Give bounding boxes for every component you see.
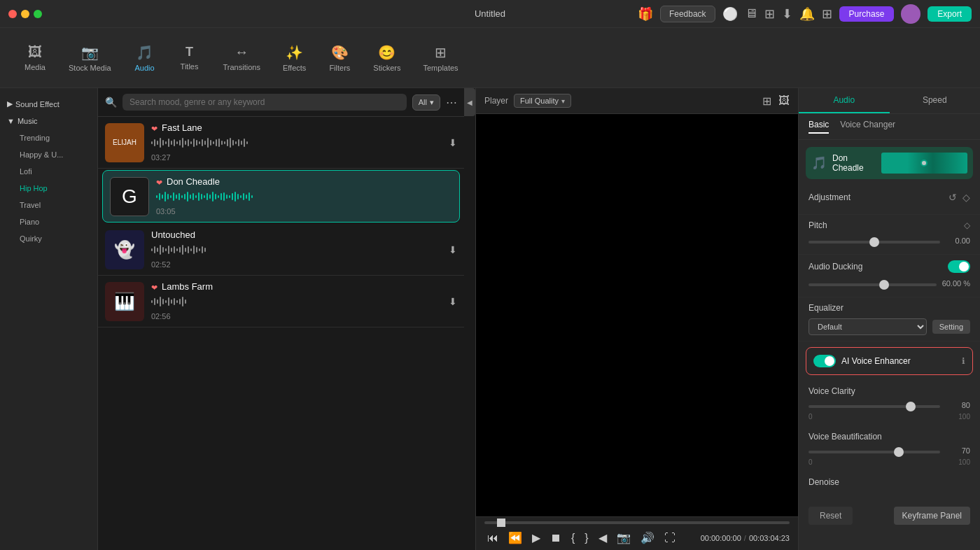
audio-ducking-slider[interactable]	[808, 283, 937, 286]
equalizer-header: Equalizer	[808, 303, 970, 313]
svg-rect-99	[176, 300, 178, 303]
nav-templates[interactable]: ⊞ Templates	[413, 38, 468, 78]
window-controls	[8, 10, 42, 18]
svg-rect-100	[179, 299, 181, 304]
pitch-slider[interactable]	[808, 241, 940, 244]
nav-stickers[interactable]: 😊 Stickers	[363, 38, 410, 78]
nav-titles[interactable]: T Titles	[169, 39, 211, 76]
player-view-icons: ⊞ 🖼	[762, 94, 790, 108]
export-button[interactable]: Export	[927, 6, 972, 22]
reset-button[interactable]: Reset	[808, 507, 853, 525]
image-view-icon[interactable]: 🖼	[778, 94, 790, 108]
feedback-button[interactable]: Feedback	[660, 6, 715, 22]
audio-waveform-preview	[881, 153, 967, 174]
sidebar-item-hiphop[interactable]: Hip Hop	[10, 180, 97, 197]
fullscreen-button[interactable]: ⛶	[662, 530, 678, 546]
sound-effect-header[interactable]: ▶ Sound Effect	[0, 95, 97, 113]
nav-stock-media[interactable]: 📷 Stock Media	[59, 38, 121, 78]
tab-speed[interactable]: Speed	[890, 88, 981, 113]
sidebar-item-trending[interactable]: Trending	[10, 129, 97, 146]
sidebar-item-travel[interactable]: Travel	[10, 197, 97, 213]
audio-ducking-slider-row: 60.00 %	[808, 278, 970, 288]
volume-button[interactable]: 🔊	[638, 530, 657, 546]
stop-button[interactable]: ⏹	[547, 530, 564, 546]
grid-view-icon[interactable]: ⊞	[762, 94, 771, 108]
search-input[interactable]	[122, 94, 407, 111]
snapshot-button[interactable]: 📷	[614, 530, 634, 546]
time-display: 00:00:00:00 / 00:03:04:23	[701, 534, 790, 542]
purchase-button[interactable]: Purchase	[839, 6, 895, 22]
svg-rect-53	[206, 193, 208, 200]
download-icon[interactable]: ⬇	[449, 296, 457, 307]
sidebar-item-happy[interactable]: Happy & U...	[10, 146, 97, 163]
list-item[interactable]: 👻 Untouched	[98, 224, 464, 276]
top-nav: 🖼 Media 📷 Stock Media 🎵 Audio T Titles ↔…	[0, 28, 980, 88]
sidebar-item-piano[interactable]: Piano	[10, 213, 97, 230]
ai-voice-toggle[interactable]	[813, 355, 836, 367]
nav-filters[interactable]: 🎨 Filters	[318, 38, 360, 78]
bottom-action-buttons: Reset Keyframe Panel	[799, 500, 980, 532]
step-back-button[interactable]: ⏪	[505, 530, 525, 546]
filter-dropdown[interactable]: All ▾	[412, 94, 440, 111]
list-item[interactable]: G ❤ Don Cheadle	[102, 170, 460, 223]
collapse-sidebar-button[interactable]: ◀	[464, 88, 475, 116]
audio-ducking-toggle[interactable]	[948, 260, 970, 273]
keyframe-panel-button[interactable]: Keyframe Panel	[894, 507, 970, 525]
nav-media[interactable]: 🖼 Media	[14, 38, 56, 77]
minimize-button[interactable]	[21, 10, 29, 18]
ai-voice-row: AI Voice Enhancer ℹ	[813, 355, 965, 367]
play-button[interactable]: ▶	[529, 530, 543, 546]
svg-rect-56	[215, 194, 216, 199]
reset-icon[interactable]: ↺	[948, 192, 957, 203]
svg-rect-85	[193, 246, 195, 254]
waveform	[151, 243, 442, 257]
nav-effects[interactable]: ✨ Effects	[273, 38, 316, 78]
playback-bar[interactable]	[484, 521, 790, 524]
svg-rect-51	[201, 194, 202, 199]
svg-rect-97	[171, 299, 172, 304]
pitch-keyframe-icon[interactable]: ◇	[964, 220, 970, 230]
equalizer-setting-button[interactable]: Setting	[932, 320, 970, 334]
list-item[interactable]: ELIJAH ❤ Fast Lane	[98, 117, 464, 169]
mark-out-button[interactable]: }	[582, 530, 591, 546]
svg-rect-50	[198, 192, 200, 201]
skip-back-button[interactable]: ⏮	[484, 530, 501, 546]
subtab-basic[interactable]: Basic	[808, 120, 829, 134]
close-button[interactable]	[8, 10, 17, 18]
nav-audio[interactable]: 🎵 Audio	[124, 38, 166, 78]
quality-select[interactable]: Full Quality ▾	[514, 94, 571, 108]
toggle-knob	[959, 262, 969, 272]
music-header[interactable]: ▼ Music	[0, 113, 97, 129]
prev-frame-button[interactable]: ◀	[596, 530, 610, 546]
svg-rect-87	[199, 248, 200, 251]
tab-audio[interactable]: Audio	[799, 88, 890, 113]
download-icon[interactable]: ⬇	[449, 244, 457, 255]
adjustment-icons: ↺ ◇	[948, 192, 970, 203]
playhead[interactable]	[497, 519, 505, 527]
equalizer-select[interactable]: Default	[808, 318, 927, 335]
audio-file-icon: 🎵	[811, 155, 827, 171]
voice-clarity-slider[interactable]	[808, 405, 940, 408]
svg-rect-70	[151, 248, 153, 251]
diamond-icon[interactable]: ◇	[962, 192, 970, 203]
svg-rect-17	[199, 141, 200, 144]
help-icon[interactable]: ℹ	[962, 356, 965, 366]
templates-icon: ⊞	[435, 44, 447, 61]
voice-beautification-slider[interactable]	[808, 451, 940, 453]
media-icon: 🖼	[28, 44, 42, 60]
svg-rect-13	[188, 139, 189, 146]
sidebar-item-lofi[interactable]: Lofi	[10, 163, 97, 180]
chevron-down-icon: ▾	[430, 98, 434, 107]
mark-in-button[interactable]: {	[568, 530, 578, 546]
svg-rect-89	[204, 248, 206, 252]
download-icon[interactable]: ⬇	[449, 137, 457, 148]
transitions-icon: ↔	[234, 44, 248, 60]
subtab-voice-changer[interactable]: Voice Changer	[840, 120, 895, 134]
sidebar-item-quirky[interactable]: Quirky	[10, 230, 97, 247]
nav-transitions[interactable]: ↔ Transitions	[214, 38, 270, 77]
voice-clarity-slider-container	[808, 400, 940, 410]
voice-beautification-value: 70	[946, 446, 970, 455]
maximize-button[interactable]	[34, 10, 42, 18]
more-options-icon[interactable]: ⋯	[446, 96, 457, 109]
list-item[interactable]: 🎹 ❤ Lambs Farm	[98, 276, 464, 327]
